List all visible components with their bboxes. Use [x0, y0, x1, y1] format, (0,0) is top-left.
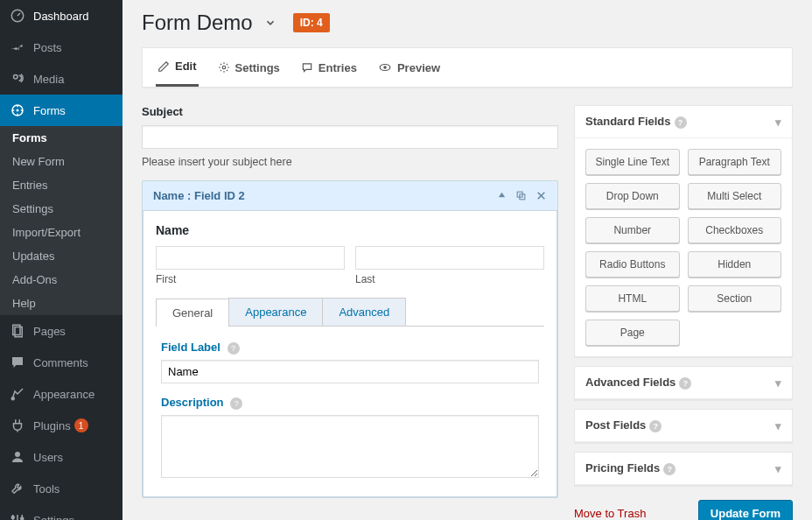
field-type-multi-select[interactable]: Multi Select [688, 183, 782, 209]
sidebar-item-label: Plugins [33, 419, 71, 432]
field-type-paragraph-text[interactable]: Paragraph Text [688, 149, 782, 175]
tab-label: Edit [175, 60, 197, 73]
panel-advanced-fields: Advanced Fields?▾ [574, 366, 793, 400]
svg-point-6 [11, 397, 14, 400]
collapse-icon[interactable] [497, 190, 507, 201]
panel-header[interactable]: Advanced Fields?▾ [575, 367, 792, 399]
chevron-down-icon[interactable] [263, 16, 277, 30]
sub-tab-appearance[interactable]: Appearance [228, 298, 323, 326]
sidebar-item-forms[interactable]: Forms [0, 95, 122, 126]
submenu-item-forms[interactable]: Forms [0, 126, 122, 150]
caret-down-icon[interactable]: ▾ [775, 419, 781, 432]
submenu-item-updates[interactable]: Updates [0, 244, 122, 268]
svg-point-7 [15, 452, 20, 457]
svg-point-14 [222, 66, 226, 69]
user-icon [9, 448, 26, 466]
panel-header[interactable]: Post Fields?▾ [575, 410, 792, 442]
tab-settings[interactable]: Settings [216, 48, 282, 87]
panel-header[interactable]: Standard Fields?▾ [575, 106, 792, 138]
sidebar-item-label: Pages [33, 325, 66, 338]
update-form-button[interactable]: Update Form [698, 500, 793, 520]
name-label: Name [156, 223, 544, 237]
submenu-item-help[interactable]: Help [0, 292, 122, 315]
forms-icon [9, 102, 26, 119]
submenu-item-settings[interactable]: Settings [0, 197, 122, 221]
field-type-page[interactable]: Page [585, 320, 680, 346]
gear-icon [218, 61, 230, 74]
field-label-input[interactable] [161, 360, 539, 383]
help-icon[interactable]: ? [675, 116, 687, 129]
subject-hint: Please insert your subject here [142, 156, 558, 168]
media-icon [9, 70, 26, 88]
field-type-section[interactable]: Section [688, 285, 782, 312]
main-content: Form Demo ID: 4 EditSettingsEntriesPrevi… [122, 0, 812, 520]
field-type-number[interactable]: Number [585, 217, 680, 243]
field-type-hidden[interactable]: Hidden [688, 251, 782, 278]
sidebar-item-users[interactable]: Users [0, 441, 122, 473]
edit-icon [158, 60, 170, 73]
plugin-icon [9, 417, 26, 434]
tab-label: Preview [397, 61, 440, 74]
tab-bar: EditSettingsEntriesPreview [142, 47, 793, 88]
last-sublabel: Last [355, 273, 544, 285]
description-textarea[interactable] [161, 415, 539, 478]
sidebar-item-pages[interactable]: Pages [0, 315, 122, 347]
field-type-radio-buttons[interactable]: Radio Buttons [585, 251, 680, 278]
svg-marker-17 [499, 193, 505, 198]
help-icon[interactable]: ? [663, 463, 676, 475]
help-icon[interactable]: ? [679, 377, 691, 390]
submenu-item-entries[interactable]: Entries [0, 173, 122, 197]
caret-down-icon[interactable]: ▾ [775, 116, 781, 129]
tab-edit[interactable]: Edit [156, 48, 199, 87]
move-to-trash-link[interactable]: Move to Trash [574, 507, 646, 520]
sidebar-item-appearance[interactable]: Appearance [0, 378, 122, 410]
sidebar-item-label: Appearance [33, 388, 94, 401]
field-type-drop-down[interactable]: Drop Down [585, 183, 680, 209]
submenu-item-import-export[interactable]: Import/Export [0, 221, 122, 244]
comment-icon [9, 354, 26, 371]
tab-label: Settings [235, 61, 280, 74]
form-id-badge: ID: 4 [293, 13, 330, 32]
panel-header[interactable]: Pricing Fields?▾ [575, 453, 792, 485]
close-icon[interactable] [536, 190, 547, 201]
dashboard-icon [9, 7, 26, 25]
caret-down-icon[interactable]: ▾ [775, 462, 781, 475]
field-type-html[interactable]: HTML [585, 285, 680, 312]
description-title: Description [161, 396, 224, 409]
sub-tab-advanced[interactable]: Advanced [322, 298, 406, 326]
help-icon[interactable]: ? [649, 420, 662, 432]
sub-tab-general[interactable]: General [156, 299, 229, 327]
sidebar-item-comments[interactable]: Comments [0, 347, 122, 378]
help-icon[interactable]: ? [230, 397, 242, 410]
field-block-title: Name : Field ID 2 [153, 189, 245, 202]
tab-entries[interactable]: Entries [299, 48, 359, 87]
caret-down-icon[interactable]: ▾ [775, 376, 781, 390]
panel-pricing-fields: Pricing Fields?▾ [574, 452, 793, 486]
sidebar-item-posts[interactable]: Posts [0, 32, 122, 63]
panel-title: Post Fields [585, 418, 646, 432]
tab-label: Entries [318, 61, 357, 74]
duplicate-icon[interactable] [515, 190, 527, 201]
sidebar-item-settings[interactable]: Settings [0, 504, 122, 520]
help-icon[interactable]: ? [228, 342, 240, 355]
field-type-checkboxes[interactable]: Checkboxes [688, 217, 782, 243]
field-type-single-line-text[interactable]: Single Line Text [585, 149, 680, 175]
last-name-input[interactable] [355, 246, 544, 270]
sidebar-item-media[interactable]: Media [0, 63, 122, 95]
sidebar-item-label: Dashboard [33, 10, 89, 23]
sidebar-item-label: Forms [33, 104, 66, 117]
name-field-block: Name : Field ID 2 Name First [142, 180, 558, 498]
bubble-icon [301, 61, 313, 74]
first-name-input[interactable] [156, 246, 345, 270]
svg-point-16 [383, 66, 387, 69]
submenu-item-new-form[interactable]: New Form [0, 150, 122, 173]
sidebar-item-label: Tools [33, 482, 60, 495]
sidebar-item-dashboard[interactable]: Dashboard [0, 0, 122, 32]
submenu-item-add-ons[interactable]: Add-Ons [0, 268, 122, 292]
page-header: Form Demo ID: 4 [142, 11, 793, 35]
subject-input[interactable] [142, 125, 558, 149]
sidebar-item-plugins[interactable]: Plugins1 [0, 410, 122, 441]
pin-icon [9, 39, 26, 56]
tab-preview[interactable]: Preview [376, 48, 442, 87]
sidebar-item-tools[interactable]: Tools [0, 473, 122, 504]
